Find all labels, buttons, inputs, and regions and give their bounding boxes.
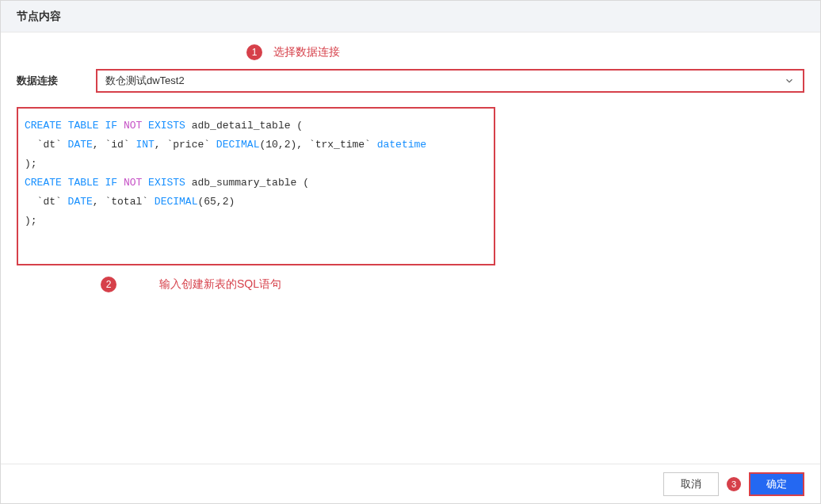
sql-text: adb_summary_table ( [185, 177, 309, 189]
sql-text: , `trx_time` [296, 139, 376, 151]
sql-text: , `id` [93, 139, 136, 151]
sql-text: ); [25, 158, 37, 170]
annotation-text-2: 输入创建新表的SQL语句 [159, 277, 281, 292]
kw-exists: EXISTS [148, 177, 185, 189]
kw-date: DATE [68, 139, 93, 151]
sql-text: , `total` [93, 196, 155, 208]
annotation-row-2: 2 输入创建新表的SQL语句 [17, 277, 804, 292]
sql-text: ); [25, 215, 37, 227]
kw-not: NOT [124, 120, 142, 132]
confirm-button[interactable]: 确定 [749, 472, 804, 496]
connection-row: 数据连接 数仓测试dwTest2 [17, 69, 804, 93]
annotation-text-1: 选择数据连接 [273, 45, 340, 59]
kw-create: CREATE [25, 177, 62, 189]
kw-exists: EXISTS [148, 120, 185, 132]
kw-if: IF [105, 177, 117, 189]
dialog-content: 1 选择数据连接 数据连接 数仓测试dwTest2 CREATE TABLE I… [1, 32, 820, 340]
kw-if: IF [105, 120, 117, 132]
sql-editor[interactable]: CREATE TABLE IF NOT EXISTS adb_detail_ta… [17, 107, 495, 265]
sql-text: (10,2) [259, 139, 296, 151]
sql-text: `dt` [25, 196, 68, 208]
cancel-button[interactable]: 取消 [663, 472, 719, 496]
annotation-badge-2: 2 [101, 277, 116, 292]
kw-table: TABLE [68, 120, 99, 132]
kw-decimal: DECIMAL [216, 139, 260, 151]
kw-create: CREATE [25, 120, 62, 132]
kw-decimal: DECIMAL [155, 196, 198, 208]
annotation-badge-3: 3 [727, 477, 741, 491]
kw-table: TABLE [68, 177, 99, 189]
annotation-row-1: 1 选择数据连接 [17, 42, 804, 63]
dialog-title: 节点内容 [17, 10, 61, 24]
kw-datetime: datetime [377, 139, 426, 151]
sql-text: (65,2) [197, 196, 235, 208]
dialog-header: 节点内容 [1, 1, 820, 32]
sql-text: , `price` [155, 139, 216, 151]
sql-text: `dt` [25, 139, 68, 151]
dialog-footer: 取消 3 确定 [1, 464, 820, 503]
annotation-badge-1: 1 [246, 44, 262, 60]
kw-not: NOT [124, 177, 142, 189]
kw-int: INT [136, 139, 154, 151]
connection-select[interactable]: 数仓测试dwTest2 [96, 69, 804, 93]
sql-text: adb_detail_table ( [185, 120, 303, 132]
kw-date: DATE [68, 196, 93, 208]
connection-label: 数据连接 [17, 74, 96, 88]
chevron-down-icon [784, 75, 795, 86]
connection-value: 数仓测试dwTest2 [105, 74, 185, 88]
